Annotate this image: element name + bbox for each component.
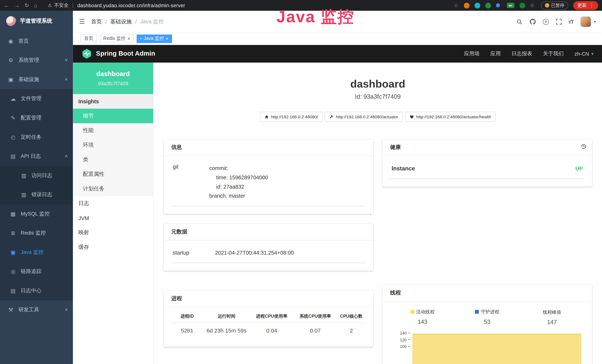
sba-nav-journal[interactable]: 日志报表 bbox=[512, 50, 532, 57]
instance-links: http://192.168.0.2:48080/ http://192.168… bbox=[153, 112, 602, 122]
sba-section-insights: Insights bbox=[73, 94, 153, 109]
cards-grid: 信息 git commit: time: 1596289704000 id: 2… bbox=[153, 139, 602, 364]
legend-value: 147 bbox=[519, 319, 584, 325]
git-id-line: id: 27aa832 bbox=[209, 182, 364, 191]
user-avatar[interactable] bbox=[580, 17, 591, 27]
tab-label: Redis 监控 bbox=[103, 35, 126, 42]
health-url-label: http://192.168.0.2:48080/actuator/health bbox=[416, 114, 491, 119]
address-url[interactable]: dashboard.yudao.iocoder.cn/infra/admin-s… bbox=[77, 2, 185, 8]
sidebar-item-dev-tools[interactable]: ⚒ 研发工具 ˅ bbox=[0, 300, 73, 320]
sba-nav-wallboard[interactable]: 应用墙 bbox=[464, 50, 480, 57]
history-icon[interactable] bbox=[581, 143, 587, 150]
sidebar-item-log-center[interactable]: ▤ 日志中心 bbox=[0, 281, 73, 300]
health-url-button[interactable]: http://192.168.0.2:48080/actuator/health bbox=[405, 112, 496, 122]
paused-badge[interactable]: 已暂停 bbox=[541, 1, 568, 9]
tab-label: Java 监控 bbox=[144, 35, 164, 42]
sidebar-item-infra[interactable]: ▣ 基础设施 ˄ bbox=[0, 70, 73, 89]
sba-group-loggers[interactable]: 日志 bbox=[73, 196, 153, 211]
sidebar-item-system[interactable]: ⚙ 系统管理 ˅ bbox=[0, 51, 73, 70]
sidebar-item-api-log[interactable]: ▤ API 日志 ˄ bbox=[0, 147, 73, 166]
git-branch-line: branch: master bbox=[209, 191, 364, 201]
sidebar-item-java[interactable]: ▣ Java 监控 bbox=[0, 243, 73, 262]
sidebar-item-trace[interactable]: ◎ 链路追踪 bbox=[0, 262, 73, 281]
divider bbox=[73, 3, 73, 8]
forward-icon[interactable]: → bbox=[14, 3, 20, 8]
sidebar-item-label: 文件管理 bbox=[21, 95, 42, 102]
extension-icon-teal[interactable] bbox=[474, 2, 480, 8]
extension-icon-dark[interactable] bbox=[530, 3, 534, 7]
process-val-uptime: 6d 23h 15m 59s bbox=[203, 323, 250, 339]
sba-group-mappings[interactable]: 映射 bbox=[73, 225, 153, 240]
font-size-icon[interactable]: тT bbox=[569, 19, 574, 25]
tab-home[interactable]: 首页 bbox=[81, 34, 97, 43]
hamburger-icon[interactable]: ☰ bbox=[73, 18, 91, 26]
site-security[interactable]: ⚠ 不安全 dashboard.yudao.iocoder.cn/infra/a… bbox=[48, 2, 185, 9]
sba-item-details[interactable]: 细节 bbox=[73, 109, 153, 123]
tick-mark bbox=[408, 346, 410, 347]
bookmark-star-icon[interactable]: ☆ bbox=[454, 2, 459, 8]
metadata-row-value: 2021-04-27T00:44:31.254+08:00 bbox=[215, 250, 294, 256]
tab-redis[interactable]: Redis 监控 × bbox=[100, 34, 133, 43]
eye-icon: ◎ bbox=[10, 268, 16, 274]
tab-java[interactable]: ● Java 监控 × bbox=[137, 34, 172, 43]
sidebar-item-job[interactable]: ◴ 定时任务 bbox=[0, 128, 73, 147]
sidebar-item-home[interactable]: ◉ 首页 bbox=[0, 32, 73, 51]
kebab-menu-icon[interactable]: ⋮ bbox=[589, 3, 594, 8]
extension-icon-blue[interactable] bbox=[496, 3, 500, 7]
sidebar-item-file[interactable]: ☁ 文件管理 bbox=[0, 89, 73, 108]
tags-view-bar: 首页 Redis 监控 × ● Java 监控 × bbox=[73, 33, 602, 45]
health-status-badge: UP bbox=[575, 165, 583, 171]
layers-icon: ≣ bbox=[10, 230, 16, 236]
sidebar-item-mysql[interactable]: ▦ MySQL 监控 bbox=[0, 204, 73, 224]
update-button[interactable]: 更新 ⋮ bbox=[573, 1, 598, 10]
extension-icon-green[interactable] bbox=[485, 2, 491, 8]
sba-locale-select[interactable]: zh-CN ▾ bbox=[574, 51, 593, 57]
search-icon[interactable] bbox=[516, 19, 522, 25]
sidebar-item-label: 配置管理 bbox=[21, 114, 42, 121]
app-logo[interactable]: 芋道管理系统 bbox=[0, 11, 73, 32]
sba-group-caches[interactable]: 缓存 bbox=[73, 240, 153, 255]
sba-group-jvm[interactable]: JVM bbox=[73, 211, 153, 225]
actuator-url-button[interactable]: http://192.168.0.2:48080/actuator bbox=[325, 112, 403, 122]
sba-nav-about[interactable]: 关于我们 bbox=[543, 50, 564, 57]
sba-item-scheduled-tasks[interactable]: 计划任务 bbox=[73, 182, 153, 196]
home-icon bbox=[264, 115, 269, 119]
breadcrumb-home[interactable]: 首页 bbox=[91, 18, 102, 25]
sba-instance-box[interactable]: dashboard 93a3fc7f7409 bbox=[73, 63, 153, 94]
extension-icon-orange[interactable] bbox=[463, 2, 469, 8]
sidebar-item-access-log[interactable]: ▥ 访问日志 bbox=[0, 166, 73, 185]
git-time-line: time: 1596289704000 bbox=[209, 173, 364, 182]
help-icon[interactable]: ? bbox=[543, 19, 549, 25]
service-url-button[interactable]: http://192.168.0.2:48080/ bbox=[260, 112, 322, 122]
sba-item-metrics[interactable]: 性能 bbox=[73, 123, 153, 138]
sba-item-environment[interactable]: 环境 bbox=[73, 138, 153, 152]
document-icon: ▤ bbox=[10, 153, 16, 159]
sidebar-item-config[interactable]: ✎ 配置管理 bbox=[0, 108, 73, 128]
breadcrumb: 首页 / 基础设施 / Java 监控 bbox=[91, 18, 164, 25]
close-icon[interactable]: × bbox=[128, 36, 130, 41]
sidebar-item-redis[interactable]: ≣ Redis 监控 bbox=[0, 224, 73, 243]
sba-nav-applications[interactable]: 应用 bbox=[490, 50, 501, 57]
sidebar-item-label: 定时任务 bbox=[21, 134, 42, 140]
sidebar-item-label: API 日志 bbox=[21, 153, 41, 160]
breadcrumb-section[interactable]: 基础设施 bbox=[110, 18, 132, 25]
extension-icon-leaf[interactable] bbox=[519, 2, 525, 8]
close-icon[interactable]: × bbox=[166, 36, 169, 41]
back-icon[interactable]: ← bbox=[4, 3, 9, 8]
fullscreen-icon[interactable] bbox=[556, 19, 562, 24]
process-col-pid: 进程ID bbox=[171, 308, 203, 323]
chevron-down-icon: ▾ bbox=[591, 51, 593, 56]
sidebar-item-error-log[interactable]: ▥ 错误日志 bbox=[0, 185, 73, 204]
metadata-row: startup 2021-04-27T00:44:31.254+08:00 bbox=[171, 241, 366, 263]
home-icon[interactable]: ⌂ bbox=[34, 3, 37, 8]
github-icon[interactable] bbox=[529, 18, 536, 25]
sba-brand-title[interactable]: Spring Boot Admin bbox=[96, 50, 155, 57]
threads-card-title: 线程 bbox=[383, 285, 592, 301]
warning-icon: ⚠ bbox=[48, 3, 52, 8]
sba-item-classes[interactable]: 类 bbox=[73, 152, 153, 167]
legend-swatch-blue bbox=[475, 310, 479, 314]
sba-item-configprops[interactable]: 配置属性 bbox=[73, 167, 153, 182]
reload-icon[interactable]: ↻ bbox=[25, 3, 29, 8]
service-url-label: http://192.168.0.2:48080/ bbox=[271, 114, 318, 119]
extension-icon-on-badge[interactable]: on bbox=[506, 3, 514, 8]
